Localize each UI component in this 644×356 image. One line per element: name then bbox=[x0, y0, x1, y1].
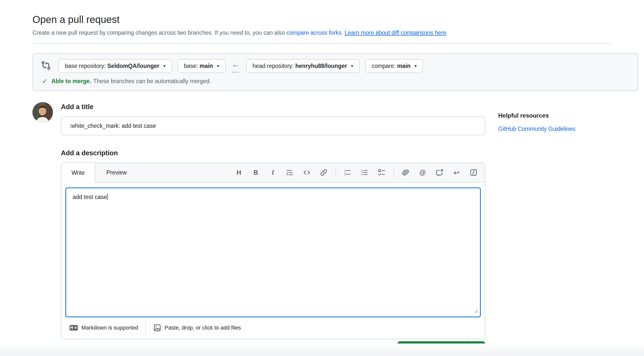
ellipsis-icon: … bbox=[232, 68, 240, 72]
avatar-column bbox=[32, 102, 53, 122]
add-description-heading: Add a description bbox=[61, 149, 485, 157]
markdown-supported-label: Markdown is supported bbox=[81, 324, 138, 331]
page-subtitle: Create a new pull request by comparing c… bbox=[32, 29, 612, 37]
base-branch-label: base: bbox=[184, 63, 198, 69]
merge-status-detail: These branches can be automatically merg… bbox=[93, 78, 211, 85]
head-repository-dropdown[interactable]: head repository: henryhu88/lounger ▾ bbox=[246, 59, 360, 73]
create-pull-request-button[interactable]: Create pull request ▾ bbox=[398, 341, 485, 356]
allow-edits-label: Allow edits by maintainers bbox=[306, 346, 382, 353]
title-input[interactable] bbox=[61, 116, 485, 135]
reply-icon[interactable]: ↩ bbox=[453, 168, 460, 177]
description-textarea[interactable]: add test case bbox=[66, 188, 481, 317]
allow-edits-checkbox[interactable]: ✓ bbox=[295, 346, 302, 353]
footer-divider bbox=[146, 321, 146, 334]
base-repository-label: base repository: bbox=[65, 63, 106, 69]
tab-preview[interactable]: Preview bbox=[95, 163, 138, 182]
svg-text:2: 2 bbox=[344, 172, 346, 176]
bold-icon[interactable]: B bbox=[252, 168, 260, 177]
slash-command-icon[interactable] bbox=[470, 168, 477, 177]
bullet-list-icon[interactable] bbox=[361, 168, 368, 177]
cross-reference-icon[interactable] bbox=[436, 168, 443, 177]
head-repository-label: head repository: bbox=[252, 63, 294, 69]
create-pull-request-label[interactable]: Create pull request bbox=[398, 341, 467, 356]
chevron-down-icon: ▾ bbox=[217, 64, 219, 68]
compare-branch-dropdown[interactable]: compare: main ▾ bbox=[365, 59, 423, 73]
editor-header: Write Preview H B I bbox=[62, 163, 485, 182]
markdown-icon bbox=[70, 325, 78, 330]
create-options-dropdown[interactable]: ▾ bbox=[468, 341, 485, 356]
diff-comparisons-link[interactable]: Learn more about diff comparisons here bbox=[344, 30, 446, 36]
merge-direction-indicator: ← … bbox=[232, 60, 240, 72]
main-content-row: Add a title Add a description Write Prev… bbox=[32, 102, 612, 356]
toolbar-divider bbox=[394, 167, 394, 178]
quote-icon[interactable] bbox=[286, 168, 294, 177]
toolbar-divider bbox=[336, 167, 336, 178]
code-icon[interactable] bbox=[303, 168, 310, 177]
question-mark: ? bbox=[388, 346, 391, 352]
editor-body: add test case bbox=[62, 182, 485, 339]
chevron-down-icon: ▾ bbox=[163, 64, 166, 68]
attach-files[interactable]: Paste, drop, or click to add files bbox=[154, 324, 241, 332]
add-title-heading: Add a title bbox=[61, 103, 485, 111]
page-title: Open a pull request bbox=[32, 14, 612, 25]
image-icon bbox=[154, 324, 161, 332]
avatar bbox=[32, 102, 53, 122]
sidebar: Helpful resources GitHub Community Guide… bbox=[498, 102, 618, 132]
compare-branch-value: main bbox=[397, 63, 410, 69]
tab-write[interactable]: Write bbox=[62, 163, 95, 182]
subtitle-end: . bbox=[446, 30, 448, 36]
heading-icon[interactable]: H bbox=[235, 168, 242, 177]
base-repository-dropdown[interactable]: base repository: SeldomQA/lounger ▾ bbox=[58, 59, 172, 73]
helpful-resources-heading: Helpful resources bbox=[498, 112, 618, 119]
chevron-down-icon: ▾ bbox=[414, 64, 417, 68]
markdown-supported[interactable]: Markdown is supported bbox=[70, 324, 138, 331]
compare-branch-label: compare: bbox=[372, 63, 396, 69]
merge-status: ✓ Able to merge. These branches can be a… bbox=[40, 78, 631, 85]
merge-status-title: Able to merge. bbox=[52, 78, 91, 85]
base-branch-dropdown[interactable]: base: main ▾ bbox=[178, 59, 226, 73]
numbered-list-icon[interactable]: 1 2 bbox=[344, 168, 352, 177]
check-icon: ✓ bbox=[42, 78, 48, 85]
pull-request-page: Open a pull request Create a new pull re… bbox=[0, 0, 644, 356]
compare-across-forks-link[interactable]: compare across forks bbox=[286, 30, 342, 36]
subtitle-text: Create a new pull request by comparing c… bbox=[32, 30, 286, 36]
chevron-down-icon: ▾ bbox=[475, 347, 478, 352]
description-value: add test case bbox=[73, 194, 108, 200]
community-guidelines-link[interactable]: GitHub Community Guidelines bbox=[498, 126, 575, 132]
chevron-down-icon: ▾ bbox=[351, 64, 353, 68]
italic-icon[interactable]: I bbox=[269, 168, 276, 177]
form-column: Add a title Add a description Write Prev… bbox=[61, 102, 485, 356]
task-list-icon[interactable] bbox=[378, 168, 386, 177]
checkmark-icon: ✓ bbox=[296, 346, 300, 352]
subtitle-separator: . bbox=[342, 30, 345, 36]
description-editor: Write Preview H B I bbox=[61, 162, 485, 339]
resize-handle-icon[interactable] bbox=[473, 307, 478, 316]
editor-footer: Markdown is supported Past bbox=[66, 321, 481, 335]
svg-text:1: 1 bbox=[344, 169, 346, 172]
mention-icon[interactable]: @ bbox=[419, 168, 426, 177]
paperclip-icon[interactable] bbox=[402, 168, 409, 177]
actions-row: ✓ Allow edits by maintainers ? Create pu… bbox=[61, 341, 485, 356]
branch-selector-row: base repository: SeldomQA/lounger ▾ base… bbox=[40, 59, 631, 73]
header-divider bbox=[32, 43, 612, 44]
head-repository-value: henryhu88/lounger bbox=[295, 63, 347, 69]
git-compare-icon bbox=[41, 60, 51, 72]
help-icon[interactable]: ? bbox=[386, 345, 394, 354]
markdown-toolbar: H B I bbox=[235, 163, 485, 182]
link-icon[interactable] bbox=[320, 168, 328, 177]
base-repository-value: SeldomQA/lounger bbox=[107, 63, 159, 69]
base-branch-value: main bbox=[200, 63, 213, 69]
attach-files-label: Paste, drop, or click to add files bbox=[164, 324, 241, 331]
branch-selector-bar: base repository: SeldomQA/lounger ▾ base… bbox=[32, 53, 638, 91]
